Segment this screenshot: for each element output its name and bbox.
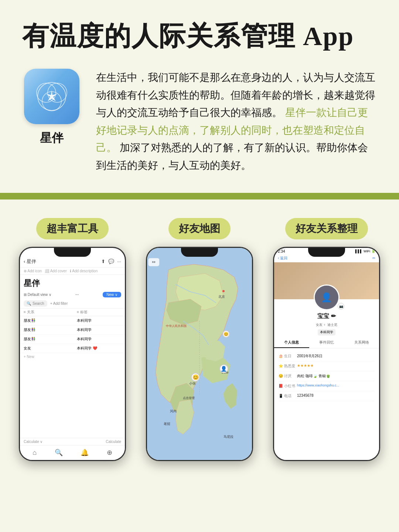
table-header: ≡ 关系 ≡ 标签 bbox=[20, 308, 125, 316]
app-icon bbox=[24, 69, 79, 124]
filter-label[interactable]: + Add filter bbox=[50, 301, 68, 306]
phone-notch-3 bbox=[308, 248, 345, 257]
tab-events[interactable]: 事件回忆 bbox=[309, 338, 344, 348]
profile-screen: 2:34 ▌▌▌ WiFi 🔋 ‹ 返回 ✏ bbox=[274, 248, 379, 460]
share-icon[interactable]: ⬆ bbox=[101, 259, 105, 264]
plus-nav-icon[interactable]: ⊕ bbox=[107, 449, 112, 457]
birthday-icon: 🎂 bbox=[279, 354, 283, 358]
new-row[interactable]: + New bbox=[20, 353, 125, 360]
table-row[interactable]: 朋友👫 本科同学 bbox=[20, 316, 125, 325]
rel-cell-3: 朋友👫 bbox=[24, 337, 77, 342]
app-back[interactable]: ‹ 星伴 bbox=[24, 258, 36, 265]
tag-nvyou: 女友 ♀ bbox=[316, 323, 326, 327]
rel-cell-1: 朋友👫 bbox=[24, 318, 77, 323]
tab-personal-info[interactable]: 个人信息 bbox=[274, 338, 309, 348]
desc-normal-2: 加深了对熟悉的人的了解，有了新的认识。帮助你体会到生活的美好，与人互动的美好。 bbox=[96, 142, 368, 171]
edit-icon[interactable]: ✏ bbox=[372, 256, 375, 260]
birthday-value: 2001年8月26日 bbox=[297, 354, 375, 359]
app-intro: 星伴 在生活中，我们可能不是那么在意身边的人，认为与人交流互动很难有什么实质性的… bbox=[22, 69, 377, 174]
map-label-manila: 马尼拉 bbox=[224, 434, 233, 439]
feature-col-profile: 好友关系整理 2:34 ▌▌▌ WiFi 🔋 bbox=[267, 218, 386, 461]
chip-row: 本科同学 bbox=[274, 329, 379, 335]
search-nav-icon[interactable]: 🔍 bbox=[55, 449, 63, 457]
calc-right[interactable]: Calculate bbox=[106, 440, 121, 444]
camera-icon[interactable]: 📷 bbox=[338, 303, 344, 310]
dislike-label: 😒讨厌 bbox=[279, 374, 297, 379]
app-icon-area: 星伴 bbox=[22, 69, 81, 146]
battery-icon: 🔋 bbox=[371, 249, 375, 253]
map-label-laos: 老挝 bbox=[164, 422, 170, 426]
map-label-beijing: 北京 bbox=[218, 294, 225, 299]
star-icon-label: ⭐ bbox=[279, 364, 283, 368]
table-row[interactable]: 女友 本科同学 ❤️ bbox=[20, 344, 125, 353]
info-row-xiaohongshu: 📕小红书 https://www.xiaohongshu.c... bbox=[279, 381, 375, 391]
phone-mockup-tools: ‹ 星伴 ⬆ 💬 ··· ⊕ Add icon ⬜ Add cover ℹ Ad… bbox=[19, 247, 126, 461]
phone-screen-2: ⇔ 北京 中华人民共和国 小张 河内 老挝 Julie 马尼拉 点击管理 bbox=[147, 248, 252, 460]
search-label: Search bbox=[33, 301, 44, 306]
phone-icon: 📱 bbox=[279, 394, 283, 398]
dislike-icon: 😒 bbox=[279, 374, 283, 378]
topbar-icons: ⬆ 💬 ··· bbox=[101, 259, 121, 264]
rel-cell-4: 女友 bbox=[24, 346, 77, 351]
phone-mockup-map: ⇔ 北京 中华人民共和国 小张 河内 老挝 Julie 马尼拉 点击管理 bbox=[146, 247, 253, 461]
familiarity-label: ⭐熟悉度 bbox=[279, 364, 297, 369]
tag-cell-4: 本科同学 ❤️ bbox=[77, 346, 121, 351]
divider-bar bbox=[0, 193, 399, 200]
col-rel-header: ≡ 关系 bbox=[24, 310, 77, 315]
table-row[interactable]: 朋友👫 本科同学 bbox=[20, 335, 125, 344]
app-subbar: ⊕ Add icon ⬜ Add cover ℹ Add description bbox=[20, 267, 125, 275]
app-view-row: ⊞ Default view ∨ ··· New ∨ bbox=[20, 290, 125, 299]
back-button[interactable]: ‹ 返回 bbox=[278, 256, 287, 261]
profile-info-list: 🎂生日 2001年8月26日 ⭐熟悉度 ★★★★★ 😒讨厌 肉松 咖啡🍃 青椒🫑 bbox=[274, 348, 379, 404]
bottom-nav: ⌂ 🔍 🔔 ⊕ bbox=[20, 445, 125, 460]
hero-section: 有温度的人际关系管理 App 星伴 在生活中，我们可能不是那么在意身边的人，认为… bbox=[0, 0, 399, 189]
more-icon[interactable]: ··· bbox=[117, 259, 121, 264]
birthday-label: 🎂生日 bbox=[279, 354, 297, 359]
map-label-china: 中华人民共和国 bbox=[166, 324, 187, 328]
tab-network[interactable]: 关系网络 bbox=[344, 338, 379, 348]
view-label[interactable]: ⊞ Default view ∨ bbox=[24, 293, 51, 297]
dislike-value: 肉松 咖啡🍃 青椒🫑 bbox=[297, 374, 375, 379]
xiaohongshu-value[interactable]: https://www.xiaohongshu.c... bbox=[297, 383, 375, 387]
home-nav-icon[interactable]: ⌂ bbox=[33, 449, 37, 457]
map-label-xiaozhang: 小张 bbox=[189, 381, 196, 386]
phone-notch-2 bbox=[181, 248, 218, 257]
svg-text:⇔: ⇔ bbox=[152, 259, 156, 264]
feature-col-tools: 超丰富工具 ‹ 星伴 ⬆ 💬 ··· bbox=[13, 218, 132, 461]
features-row: 超丰富工具 ‹ 星伴 ⬆ 💬 ··· bbox=[11, 218, 388, 461]
col-tag-header: ≡ 标签 bbox=[77, 310, 121, 315]
view-dots[interactable]: ··· bbox=[75, 292, 79, 297]
tag-cell-3: 本科同学 bbox=[77, 337, 121, 342]
page-title: 有温度的人际关系管理 App bbox=[22, 18, 377, 54]
calc-left[interactable]: Calculate ∨ bbox=[24, 440, 42, 444]
app-list-screen: ‹ 星伴 ⬆ 💬 ··· ⊕ Add icon ⬜ Add cover ℹ Ad… bbox=[20, 248, 125, 460]
map-label-manage: 点击管理 bbox=[183, 396, 195, 400]
tag-chip: 本科同学 bbox=[318, 329, 335, 335]
search-box[interactable]: 🔍 Search bbox=[24, 300, 47, 307]
familiarity-value: ★★★★★ bbox=[297, 364, 375, 368]
signal-icon: ▌▌▌ bbox=[355, 249, 362, 253]
new-button[interactable]: New ∨ bbox=[103, 292, 121, 297]
feature-badge-map: 好友地图 bbox=[168, 218, 231, 239]
app-list-title: 星伴 bbox=[20, 275, 125, 290]
phone-value: 12345678 bbox=[297, 393, 375, 398]
search-icon: 🔍 bbox=[27, 301, 31, 306]
bell-nav-icon[interactable]: 🔔 bbox=[81, 449, 89, 457]
tag-disney: 迪士尼 bbox=[327, 323, 337, 327]
tag-cell-2: 本科同学 bbox=[77, 327, 121, 332]
app-description: 在生活中，我们可能不是那么在意身边的人，认为与人交流互动很难有什么实质性的帮助。… bbox=[96, 69, 377, 174]
profile-nav: 个人信息 事件回忆 关系网络 bbox=[274, 338, 379, 348]
search-row: 🔍 Search + Add filter bbox=[20, 299, 125, 308]
map-screen: ⇔ 北京 中华人民共和国 小张 河内 老挝 Julie 马尼拉 点击管理 bbox=[147, 248, 252, 460]
svg-point-2 bbox=[48, 83, 67, 102]
status-time: 2:34 bbox=[278, 249, 285, 253]
wifi-icon: WiFi bbox=[364, 249, 370, 253]
feature-badge-tools: 超丰富工具 bbox=[36, 218, 109, 239]
chat-icon[interactable]: 💬 bbox=[108, 259, 114, 264]
table-row[interactable]: 朋友👫 本科同学 bbox=[20, 325, 125, 335]
xiaohongshu-label: 📕小红书 bbox=[279, 383, 297, 389]
features-section: 超丰富工具 ‹ 星伴 ⬆ 💬 ··· bbox=[0, 200, 399, 483]
profile-name-row: 宝宝 ✏ bbox=[274, 313, 379, 322]
feature-badge-profile: 好友关系整理 bbox=[285, 218, 368, 239]
topbar-title: 星伴 bbox=[27, 259, 36, 264]
